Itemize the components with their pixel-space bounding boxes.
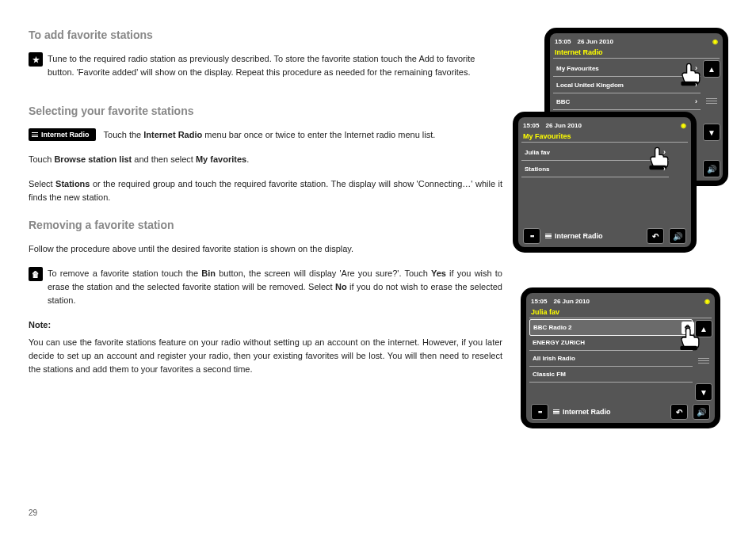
screen-title: Internet Radio xyxy=(553,48,720,59)
list-item[interactable]: My Favourites› xyxy=(553,60,701,77)
wifi-icon: ◉ xyxy=(681,122,686,129)
back-button[interactable]: ↶ xyxy=(670,404,688,420)
hamburger-icon xyxy=(553,409,559,414)
screenshot-stack-top: 15:05 26 Jun 2010 ◉ Internet Radio My Fa… xyxy=(521,29,727,266)
list-item[interactable]: Stations› xyxy=(521,161,669,177)
para-select-3: Select Stations or the required group an… xyxy=(29,177,502,204)
status-time: 15:05 xyxy=(523,122,539,129)
bin-icon: 🗑 xyxy=(29,267,43,281)
volume-button[interactable]: 🔊 xyxy=(669,228,686,244)
device-screen-2: 15:05 26 Jun 2010 ◉ My Favourites Julia … xyxy=(514,112,696,252)
internet-radio-menu-chip: Internet Radio xyxy=(29,128,96,141)
status-bar: 15:05 26 Jun 2010 ◉ xyxy=(521,120,688,132)
chip-label: Internet Radio xyxy=(41,131,90,139)
list-item[interactable]: All Irish Radio xyxy=(529,351,693,367)
wifi-icon: ◉ xyxy=(712,38,718,45)
chevron-right-icon: › xyxy=(663,148,666,156)
hamburger-icon xyxy=(545,234,552,238)
para-remove-2: 🗑 To remove a favorite station touch the… xyxy=(29,267,502,318)
list-item-selected[interactable]: BBC Radio 2 🗑 xyxy=(529,319,693,336)
scroll-down-button[interactable]: ▼ xyxy=(703,124,720,141)
list-item[interactable]: Classic FM xyxy=(529,367,693,383)
apps-button[interactable]: ▪▪ xyxy=(523,228,540,244)
heading-select-favorites: Selecting your favorite stations xyxy=(29,105,502,117)
bottom-bar-label[interactable]: Internet Radio xyxy=(545,232,642,240)
para-remove-2-text: To remove a favorite station touch the B… xyxy=(48,267,502,307)
para-select-1: Internet Radio Touch the Internet Radio … xyxy=(29,128,502,153)
chevron-right-icon: › xyxy=(695,97,697,105)
side-buttons: ▲ ▼ 🔊 xyxy=(704,60,720,177)
list-item[interactable]: Local United Kingdom› xyxy=(553,77,701,93)
apps-button[interactable]: ▪▪ xyxy=(531,404,548,420)
scroll-up-button[interactable]: ▲ xyxy=(695,320,712,337)
hamburger-icon xyxy=(32,131,38,138)
chevron-right-icon: › xyxy=(695,64,697,72)
menu-list: Julia fav› Stations› xyxy=(521,144,669,225)
status-date: 26 Jun 2010 xyxy=(553,298,589,305)
heading-remove-favorite: Removing a favorite station xyxy=(29,219,502,231)
screen-title: Julia fav xyxy=(529,308,712,318)
para-select-2: Touch Browse station list and then selec… xyxy=(29,153,502,166)
list-item[interactable]: Julia fav› xyxy=(521,144,669,161)
list-item[interactable]: BBC› xyxy=(553,93,701,110)
para-select-1-text: Touch the Internet Radio menu bar once o… xyxy=(104,128,502,142)
chevron-right-icon: › xyxy=(695,81,697,89)
menu-list: BBC Radio 2 🗑 ENERGY ZURICH All Irish Ra… xyxy=(529,320,693,401)
heading-add-favorites: To add favorite stations xyxy=(29,29,502,41)
device-screen-3: 15:05 26 Jun 2010 ◉ Julia fav BBC Radio … xyxy=(521,288,720,428)
bottom-bar-label[interactable]: Internet Radio xyxy=(553,408,666,416)
note-body: You can use the favorite stations featur… xyxy=(29,336,502,376)
status-date: 26 Jun 2010 xyxy=(577,38,613,45)
bin-icon[interactable]: 🗑 xyxy=(682,322,694,334)
wifi-icon: ◉ xyxy=(704,298,710,305)
document-body: To add favorite stations ★ Tune to the r… xyxy=(29,29,502,428)
para-remove-1: Follow the procedure above until the des… xyxy=(29,242,502,256)
para-add-text: Tune to the required radio station as pr… xyxy=(48,52,502,79)
status-time: 15:05 xyxy=(555,38,571,45)
chevron-right-icon: › xyxy=(663,165,666,173)
scroll-down-button[interactable]: ▼ xyxy=(695,383,712,401)
status-bar: 15:05 26 Jun 2010 ◉ xyxy=(553,36,720,48)
note-label: Note: xyxy=(29,318,502,332)
status-date: 26 Jun 2010 xyxy=(545,122,581,129)
back-button[interactable]: ↶ xyxy=(647,228,664,244)
status-time: 15:05 xyxy=(531,298,547,305)
bottom-bar: ▪▪ Internet Radio ↶ 🔊 xyxy=(529,401,712,420)
screen-title: My Favourites xyxy=(521,132,688,143)
status-bar: 15:05 26 Jun 2010 ◉ xyxy=(529,296,712,308)
page-number: 29 xyxy=(29,508,37,517)
screenshots-column: 15:05 26 Jun 2010 ◉ Internet Radio My Fa… xyxy=(521,29,727,428)
scroll-indicator xyxy=(697,356,710,364)
side-buttons: ▲ ▼ xyxy=(696,320,712,401)
volume-button[interactable]: 🔊 xyxy=(703,160,720,177)
scroll-indicator xyxy=(705,97,718,105)
scroll-up-button[interactable]: ▲ xyxy=(703,60,720,78)
para-add: ★ Tune to the required radio station as … xyxy=(29,52,502,90)
star-icon: ★ xyxy=(29,52,43,67)
volume-button[interactable]: 🔊 xyxy=(693,404,710,420)
bottom-bar: ▪▪ Internet Radio ↶ 🔊 xyxy=(521,225,688,244)
list-item[interactable]: ENERGY ZURICH xyxy=(529,335,693,351)
